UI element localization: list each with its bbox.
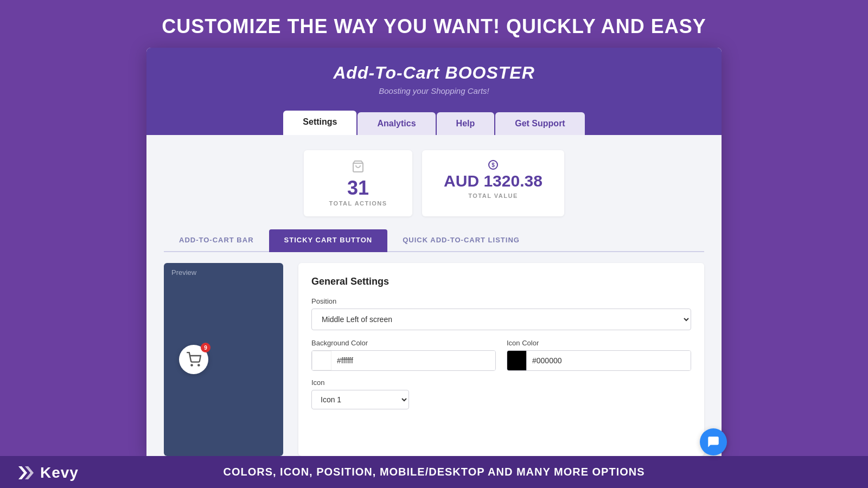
position-label: Position — [311, 297, 691, 305]
page-headline: CUSTOMIZE THE WAY YOU WANT! QUICKLY AND … — [162, 15, 706, 38]
total-value-number: AUD 1320.38 — [444, 172, 542, 190]
stat-card-total-actions: 31 TOTAL ACTIONS — [304, 150, 412, 216]
cart-preview-icon — [186, 352, 201, 367]
icon-color-input-wrap — [507, 350, 691, 371]
kevy-logo-text: Kevy — [40, 464, 79, 481]
icon-color-swatch[interactable] — [507, 351, 527, 370]
bg-color-label: Background Color — [311, 339, 496, 347]
dollar-circle-icon: $ — [488, 160, 498, 170]
preview-label: Preview — [164, 263, 204, 277]
tab-get-support[interactable]: Get Support — [495, 112, 584, 135]
icon-color-label: Icon Color — [507, 339, 691, 347]
color-row: Background Color Icon Color — [311, 339, 691, 371]
chat-icon — [706, 435, 720, 449]
cart-badge: 9 — [201, 343, 210, 352]
kevy-logo-icon — [16, 462, 38, 484]
icon-field: Icon Icon 1Icon 2Icon 3 — [311, 378, 691, 409]
feature-tab-bar: ADD-TO-CART BAR STICKY CART BUTTON QUICK… — [164, 229, 704, 252]
total-actions-label: TOTAL ACTIONS — [329, 200, 387, 207]
cart-icon — [352, 160, 365, 176]
main-tab-bar: Settings Analytics Help Get Support — [283, 111, 584, 135]
bg-color-input-wrap — [311, 350, 496, 371]
feature-tab-sticky-cart-button[interactable]: STICKY CART BUTTON — [269, 229, 388, 252]
tab-analytics[interactable]: Analytics — [358, 112, 435, 135]
content-area: Preview 9 General Settings Position Midd… — [164, 263, 704, 456]
stats-row: 31 TOTAL ACTIONS $ AUD 1320.38 TOTAL VAL… — [164, 150, 704, 216]
feature-tab-quick-add-to-cart-listing[interactable]: QUICK ADD-TO-CART LISTING — [387, 229, 535, 252]
icon-color-field: Icon Color — [507, 339, 691, 371]
bg-color-field: Background Color — [311, 339, 496, 371]
icon-select[interactable]: Icon 1Icon 2Icon 3 — [311, 390, 409, 409]
bg-color-input[interactable] — [331, 351, 495, 370]
svg-point-1 — [191, 364, 192, 365]
kevy-logo: Kevy — [16, 462, 79, 484]
stat-card-total-value: $ AUD 1320.38 TOTAL VALUE — [422, 150, 564, 216]
settings-title: General Settings — [311, 276, 691, 287]
position-select[interactable]: Middle Left of screenMiddle Right of scr… — [311, 309, 691, 330]
app-subtitle: Boosting your Shopping Carts! — [379, 86, 489, 95]
tab-help[interactable]: Help — [437, 112, 495, 135]
svg-point-2 — [198, 364, 199, 365]
bottom-text: COLORS, ICON, POSITION, MOBILE/DESKTOP A… — [223, 466, 644, 478]
chat-button[interactable] — [700, 428, 727, 455]
bg-color-swatch[interactable] — [312, 351, 331, 370]
preview-box: Preview 9 — [164, 263, 283, 456]
cart-button-preview: 9 — [179, 345, 208, 374]
tab-settings[interactable]: Settings — [283, 111, 356, 135]
icon-label: Icon — [311, 378, 691, 387]
feature-tab-add-to-cart-bar[interactable]: ADD-TO-CART BAR — [164, 229, 269, 252]
app-header: Add-To-Cart BOOSTER Boosting your Shoppi… — [146, 48, 722, 135]
app-title: Add-To-Cart BOOSTER — [333, 63, 535, 83]
main-card: Add-To-Cart BOOSTER Boosting your Shoppi… — [146, 48, 722, 456]
total-actions-number: 31 — [347, 178, 369, 198]
total-value-label: TOTAL VALUE — [468, 192, 518, 199]
svg-marker-3 — [18, 466, 27, 479]
settings-panel: General Settings Position Middle Left of… — [298, 263, 704, 456]
app-body: 31 TOTAL ACTIONS $ AUD 1320.38 TOTAL VAL… — [146, 135, 722, 456]
icon-color-input[interactable] — [527, 351, 691, 370]
